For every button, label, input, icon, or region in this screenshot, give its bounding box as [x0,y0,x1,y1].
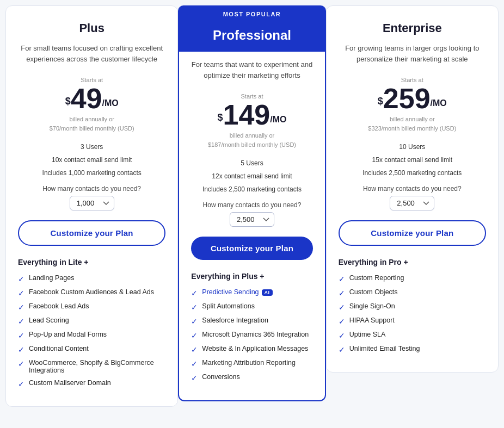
list-item: ✓Custom Mailserver Domain [18,379,165,388]
check-icon: ✓ [191,374,198,382]
feature-text: Conditional Content [29,345,89,352]
check-icon: ✓ [18,317,24,326]
plan-description-enterprise: For growing teams in larger orgs looking… [339,43,486,71]
plan-title-professional: Professional [179,20,324,52]
check-icon: ✓ [191,303,198,312]
check-icon: ✓ [339,289,345,297]
list-item: ✓Custom Objects [339,288,486,297]
list-item: ✓Salesforce Integration [191,317,312,326]
plan-details-professional: 5 Users12x contact email send limitInclu… [191,157,312,196]
feature-text: Conversions [202,373,239,381]
check-icon: ✓ [18,345,24,354]
check-icon: ✓ [191,345,198,354]
price-dollar-enterprise: $ [378,96,383,107]
feature-text: Split Automations [202,302,255,310]
price-dollar-professional: $ [217,112,223,123]
everything-label-enterprise: Everything in Pro + [339,258,486,266]
customize-btn-plus[interactable]: Customize your Plan [18,220,165,246]
list-item: ✓Facebook Custom Audiences & Lead Ads [18,288,165,297]
check-icon: ✓ [339,303,345,312]
price-row-professional: $149/MO [191,101,312,129]
feature-text: Salesforce Integration [202,317,268,324]
check-icon: ✓ [191,331,198,340]
plan-card-professional: ProfessionalFor teams that want to exper… [178,20,325,401]
feature-text: Single Sign-On [349,302,395,310]
feature-text: Custom Reporting [349,274,404,282]
feature-text: HIPAA Support [349,317,395,324]
check-icon: ✓ [191,317,198,326]
feature-link[interactable]: Predictive Sending [202,288,259,296]
plan-details-enterprise: 10 Users15x contact email send limitIncl… [339,140,486,179]
check-icon: ✓ [18,275,24,283]
feature-text: Website & In Application Messages [202,345,308,352]
list-item: ✓HIPAA Support [339,317,486,326]
check-icon: ✓ [191,289,198,297]
price-billed-plus: billed annually or$70/month billed month… [18,115,165,133]
list-item: ✓Marketing Attribution Reporting [191,359,312,368]
list-item: ✓Custom Reporting [339,274,486,283]
plan-title-plus: Plus [18,21,165,35]
list-item: ✓Single Sign-On [339,302,486,312]
price-row-plus: $49/MO [18,84,165,113]
check-icon: ✓ [18,380,24,388]
ai-badge: AI [262,289,273,296]
price-dollar-plus: $ [65,96,71,107]
feature-text: Landing Pages [29,274,74,282]
feature-text: Custom Mailserver Domain [29,379,111,387]
popular-wrapper: MOST POPULARProfessionalFor teams that w… [178,5,325,401]
feature-text: Facebook Lead Ads [29,302,89,310]
contacts-label-enterprise: How many contacts do you need? [339,185,486,193]
price-amount-plus: 49 [71,84,102,113]
price-mo-enterprise: /MO [431,98,447,108]
feature-list-plus: ✓Landing Pages✓Facebook Custom Audiences… [18,274,165,388]
contacts-label-professional: How many contacts do you need? [191,201,312,209]
check-icon: ✓ [18,331,24,340]
list-item: ✓Microsoft Dynamics 365 Integration [191,331,312,340]
popular-banner: MOST POPULAR [178,5,325,20]
plan-card-plus: PlusFor small teams focused on crafting … [5,5,178,407]
list-item: ✓Lead Scoring [18,317,165,326]
list-item: ✓Uptime SLA [339,331,486,340]
check-icon: ✓ [18,289,24,297]
price-mo-plus: /MO [102,98,118,108]
list-item: ✓Website & In Application Messages [191,345,312,354]
contacts-select-enterprise[interactable]: 2,5005,00010,00025,000 [390,196,434,210]
contacts-select-wrapper-enterprise: 2,5005,00010,00025,000 [339,196,486,210]
plan-description-professional: For teams that want to experiment and op… [191,59,312,88]
price-billed-professional: billed annually or$187/month billed mont… [191,131,312,149]
feature-text: WooCommerce, Shopify & BigCommerce Integ… [29,359,165,374]
price-amount-professional: 149 [223,101,271,129]
list-item: ✓Pop-Up and Modal Forms [18,331,165,340]
feature-list-enterprise: ✓Custom Reporting✓Custom Objects✓Single … [339,274,486,354]
check-icon: ✓ [18,359,24,368]
list-item: ✓Facebook Lead Ads [18,302,165,312]
feature-text: Facebook Custom Audiences & Lead Ads [29,288,154,296]
feature-text: Custom Objects [349,288,398,296]
contacts-select-plus[interactable]: 1,0002,5005,00010,000 [70,196,114,210]
list-item: ✓Landing Pages [18,274,165,283]
check-icon: ✓ [18,303,24,312]
customize-btn-enterprise[interactable]: Customize your Plan [339,220,486,246]
customize-btn-professional[interactable]: Customize your Plan [191,237,312,260]
contacts-select-wrapper-professional: 2,5005,00010,00025,000 [191,212,312,227]
feature-text: Lead Scoring [29,317,69,324]
list-item: ✓Conditional Content [18,345,165,354]
price-row-enterprise: $259/MO [339,84,486,113]
contacts-select-professional[interactable]: 2,5005,00010,00025,000 [230,212,274,227]
price-amount-enterprise: 259 [383,84,431,113]
list-item: ✓Split Automations [191,302,312,312]
list-item: ✓Unlimited Email Testing [339,345,486,354]
pricing-container: PlusFor small teams focused on crafting … [0,0,504,412]
check-icon: ✓ [339,345,345,354]
list-item: ✓WooCommerce, Shopify & BigCommerce Inte… [18,359,165,374]
plan-details-plus: 3 Users10x contact email send limitInclu… [18,140,165,179]
plan-description-plus: For small teams focused on crafting exce… [18,43,165,71]
feature-text: Microsoft Dynamics 365 Integration [202,331,309,338]
contacts-label-plus: How many contacts do you need? [18,185,165,193]
plan-title-enterprise: Enterprise [339,21,486,35]
feature-list-professional: ✓Predictive SendingAI✓Split Automations✓… [191,288,312,382]
feature-text: Pop-Up and Modal Forms [29,331,107,338]
feature-text: Predictive SendingAI [202,288,272,296]
list-item: ✓Predictive SendingAI [191,288,312,297]
contacts-select-wrapper-plus: 1,0002,5005,00010,000 [18,196,165,210]
